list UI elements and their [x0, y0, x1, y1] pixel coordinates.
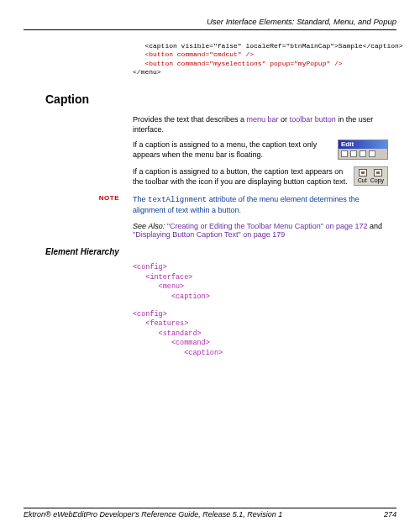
note-body: The textAlignment attribute of the menu …: [133, 194, 388, 215]
paragraph-2: If a caption is assigned to a menu, the …: [133, 140, 317, 159]
para1-mid: or: [279, 115, 290, 124]
paragraph-1: Provides the text that describes a menu …: [133, 114, 388, 134]
footer-rule: [24, 508, 396, 508]
toolbar-button-image: Cut Copy: [354, 166, 388, 186]
menu-image-label: Edit: [339, 140, 387, 149]
para1-pre: Provides the text that describes a: [133, 115, 247, 124]
header-rule: [24, 29, 396, 30]
see-also-mid: and: [368, 222, 383, 230]
page-header-title: User Interface Elements: Standard, Menu,…: [24, 17, 396, 26]
link-menu-bar[interactable]: menu bar: [247, 115, 279, 124]
tb-label-copy: Copy: [370, 177, 384, 183]
code-line-3: <button command="myselections" popup="my…: [133, 60, 343, 67]
menu-image-icon: [360, 150, 366, 157]
floating-menu-image: Edit: [338, 140, 388, 160]
hierarchy-block-2: <config> <features> <standard> <command>…: [133, 310, 396, 358]
note-code: textAlignment: [148, 196, 207, 204]
footer-left: Ektron® eWebEditPro Developer's Referenc…: [24, 510, 282, 519]
see-also-ref-2[interactable]: "Displaying Button Caption Text" on page…: [133, 230, 285, 239]
paragraph-3: If a caption is assigned to a button, th…: [133, 167, 348, 186]
see-also-ref-1[interactable]: "Creating or Editing the Toolbar Menu Ca…: [167, 222, 368, 230]
link-toolbar-button[interactable]: toolbar button: [290, 115, 336, 124]
section-heading-caption: Caption: [45, 92, 396, 106]
menu-image-icon: [369, 150, 375, 157]
code-line-4: </menu>: [133, 68, 161, 76]
code-line-2: <button command="cmdcut" />: [133, 50, 254, 58]
code-line-1: <caption visible="false" localeRef="btnM…: [133, 42, 403, 50]
hierarchy-block-1: <config> <interface> <menu> <caption>: [133, 263, 396, 302]
page-number: 274: [384, 510, 396, 519]
note-pre: The: [133, 195, 148, 203]
paragraph-2-wrap: Edit If a caption is assigned to a menu,…: [133, 140, 388, 161]
see-also-label: See Also:: [133, 222, 165, 230]
tb-label-cut: Cut: [358, 177, 367, 183]
copy-icon: [374, 169, 382, 176]
code-sample-top: <caption visible="false" localeRef="btnM…: [133, 42, 396, 77]
menu-image-icon: [350, 150, 357, 157]
menu-image-icon: [341, 150, 348, 157]
page-footer: Ektron® eWebEditPro Developer's Referenc…: [24, 504, 396, 519]
sub-heading-element-hierarchy: Element Hierarchy: [45, 247, 396, 256]
note-label: NOTE: [24, 194, 133, 215]
see-also: See Also: "Creating or Editing the Toolb…: [133, 222, 396, 239]
note-block: NOTE The textAlignment attribute of the …: [24, 194, 396, 215]
paragraph-3-wrap: Cut Copy If a caption is assigned to a b…: [133, 166, 388, 187]
cut-icon: [359, 169, 367, 176]
